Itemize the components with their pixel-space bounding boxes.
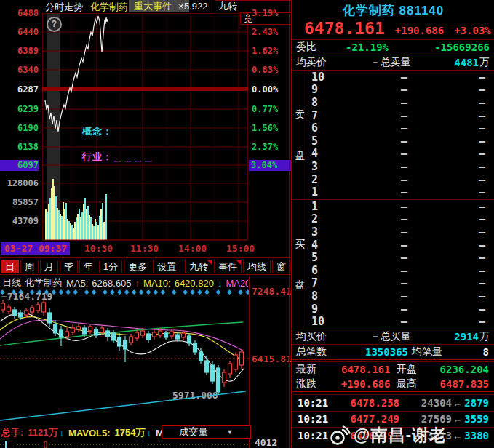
total-sell-unit: 万: [479, 56, 494, 69]
close-icon[interactable]: ×: [178, 0, 184, 12]
help-icon[interactable]: ?: [47, 17, 62, 32]
quote-panel: 化学制药 881140 6478.161 +190.686 +3.03% 委比 …: [291, 0, 494, 448]
volume-bars-cyan: [47, 194, 106, 240]
divider: [0, 257, 291, 258]
level-volume: —: [407, 109, 494, 122]
level-price: —: [335, 147, 407, 160]
trading-terminal: 分时走势 化学制药 重大事件 × 5.922 九转 竞: [0, 0, 494, 448]
axis-price: 6488: [0, 8, 39, 18]
divider: [0, 274, 291, 275]
grid-lines: [42, 13, 248, 240]
level-price: —: [335, 83, 407, 96]
level-volume: —: [407, 212, 494, 225]
level: 3: [308, 225, 335, 239]
level-price: —: [335, 289, 407, 303]
tool-label: 九转: [189, 261, 208, 272]
level: 2: [308, 212, 335, 225]
tool-label: 事件: [218, 261, 237, 272]
volume-bar: [44, 441, 47, 448]
change-label: 涨跌: [292, 377, 341, 391]
tool-window[interactable]: 窗: [272, 260, 290, 273]
tick-row: 10:21 6478.258 24304 ← 2879: [292, 394, 494, 411]
level: 7: [308, 276, 335, 289]
level-volume: —: [407, 160, 494, 173]
tool-events[interactable]: 事件: [214, 260, 242, 273]
level: 4: [308, 147, 335, 160]
axis-price-highlight: 6097: [0, 160, 39, 171]
level: 3: [308, 160, 335, 173]
level-price: —: [335, 276, 407, 289]
buy-row: 1——: [308, 200, 494, 213]
level: 9: [308, 83, 335, 96]
buy-book-tag: 买 盘: [292, 200, 308, 329]
high-label: 最高: [389, 377, 417, 391]
event-chip-label: 重大事件: [134, 0, 172, 12]
period-bar: 日 周 月 季 年 1分 更多 设置 九转 事件 均线 窗: [0, 259, 292, 274]
level-volume: —: [407, 289, 494, 303]
axis-volume: 128006: [0, 178, 39, 188]
avg-buy-label: 均买价: [292, 330, 327, 343]
level-volume: —: [407, 121, 494, 135]
mavol5-label: MAVOL5:: [68, 428, 111, 439]
open-label: 开盘: [389, 363, 417, 376]
support-trendline: [0, 391, 246, 420]
trade-count-label: 总笔数: [292, 345, 341, 359]
indicator-dropdown[interactable]: 成交量 ▼: [162, 425, 251, 439]
level-volume: —: [407, 315, 494, 328]
tool-nine-turn[interactable]: 九转: [185, 260, 212, 273]
sell-row: 8——: [308, 96, 494, 109]
level: 10: [308, 315, 335, 328]
ma5-value: 6268.605: [92, 278, 131, 289]
level: 1: [308, 185, 335, 199]
tick-price: 6477.249: [335, 413, 399, 425]
minute-tab-symbol[interactable]: 化学制药: [90, 1, 128, 14]
up-arrow-icon: ↑: [135, 278, 140, 289]
kline-volume-canvas: [0, 438, 249, 448]
level-volume: —: [407, 303, 494, 316]
level-price: —: [335, 185, 407, 199]
total-buy-label: 总买量: [381, 330, 411, 343]
tab-1min[interactable]: 1分: [99, 260, 122, 273]
axis-pct-highlight: 3.04%: [249, 160, 292, 171]
tick-time: 10:21: [292, 413, 335, 425]
level-price: —: [335, 173, 407, 186]
sell-row: 5——: [308, 135, 494, 148]
pane-divider: [289, 0, 290, 448]
time-highlight: 03-27 09:37: [1, 242, 70, 255]
tab-quarter[interactable]: 季: [60, 260, 78, 273]
weibi-label: 委比: [292, 41, 346, 54]
axis-price: 6389: [0, 46, 39, 56]
level-volume: —: [407, 173, 494, 186]
tick-count: 2879: [463, 397, 494, 409]
axis-price: 6440: [0, 27, 39, 37]
level-volume: —: [407, 83, 494, 96]
tab-settings[interactable]: 设置: [153, 260, 180, 273]
kline-canvas: [0, 288, 249, 425]
buy-row: 7——: [308, 277, 494, 290]
buy-row: 5——: [308, 251, 494, 264]
tick-count: 3380: [463, 430, 494, 441]
tool-label: 均线: [247, 261, 266, 272]
event-overlay-chip: 重大事件 ×: [129, 0, 189, 12]
tool-ma[interactable]: 均线: [243, 260, 271, 273]
tool-label: 窗: [276, 261, 286, 272]
time-tick: 14:00: [178, 243, 207, 254]
time-tick: 10:30: [84, 243, 113, 254]
level: 10: [308, 71, 335, 84]
minute-tab-trend[interactable]: 分时走势: [45, 1, 83, 14]
tab-day[interactable]: 日: [1, 260, 19, 273]
minute-chart-canvas: [42, 13, 248, 241]
sell-book-tag: 卖 盘: [292, 71, 308, 199]
sell-tag-char: 盘: [295, 149, 306, 162]
quote-symbol-name: 化学制药: [343, 4, 395, 17]
tab-month[interactable]: 月: [40, 260, 58, 273]
level-volume: —: [407, 264, 494, 277]
level-volume: —: [407, 185, 494, 199]
axis-pct: 2.37%: [250, 142, 291, 152]
tab-week[interactable]: 周: [20, 260, 39, 273]
down-arrow-icon: ↓: [218, 278, 223, 289]
tab-year[interactable]: 年: [79, 260, 97, 273]
tab-more[interactable]: 更多: [124, 260, 151, 273]
ma5-label: MA5:: [66, 278, 88, 289]
level: 7: [308, 109, 335, 122]
